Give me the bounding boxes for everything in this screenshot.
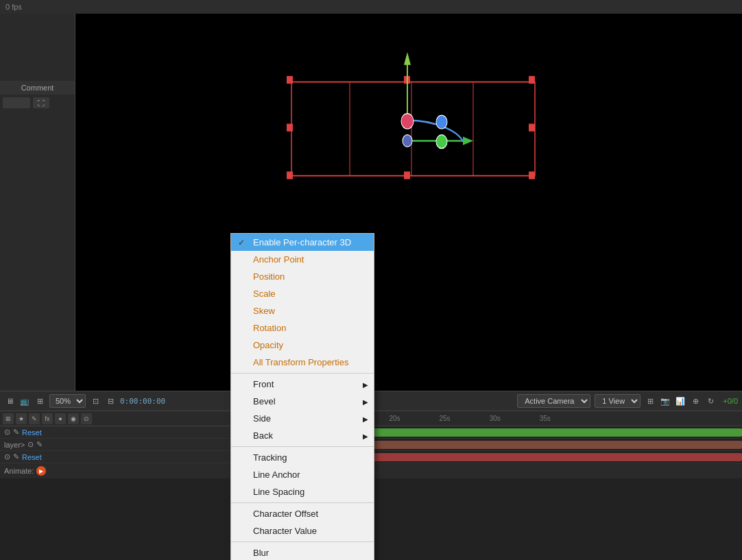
- nodes-icon[interactable]: ⊕: [690, 395, 701, 406]
- camera-select[interactable]: Active Camera: [517, 394, 590, 408]
- refresh-icon[interactable]: ↻: [705, 395, 716, 406]
- menu-item-tracking[interactable]: Tracking: [231, 449, 374, 466]
- menu-label-enable-perchar: Enable Per-character 3D: [253, 237, 351, 247]
- layer-tool-1[interactable]: ⊞: [3, 413, 14, 424]
- fit-icon[interactable]: ⊡: [90, 395, 101, 406]
- layer-icon-2: ⊙: [27, 440, 34, 449]
- layer-pencil-3: ✎: [13, 452, 19, 461]
- ruler-30s: 30s: [490, 415, 501, 422]
- preview-area: [75, 14, 742, 398]
- layer-tool-6[interactable]: ◉: [68, 413, 79, 424]
- menu-sep-4: [231, 541, 374, 542]
- menu-label-anchor-point: Anchor Point: [253, 254, 304, 265]
- sidebar-control-2[interactable]: ⛶: [33, 97, 49, 108]
- layer-tool-2[interactable]: ★: [16, 413, 27, 424]
- menu-item-rotation[interactable]: Rotation: [231, 319, 374, 337]
- menu-item-line-spacing[interactable]: Line Spacing: [231, 483, 374, 500]
- menu-item-enable-perchar[interactable]: ✓ Enable Per-character 3D: [231, 234, 374, 251]
- svg-marker-13: [404, 52, 411, 65]
- context-menu: ✓ Enable Per-character 3D Anchor Point P…: [230, 233, 374, 560]
- ruler-25s: 25s: [440, 415, 451, 422]
- layer-tool-5[interactable]: ●: [55, 413, 66, 424]
- menu-item-position[interactable]: Position: [231, 268, 374, 285]
- comment-label: Comment: [21, 84, 54, 92]
- expand-icon[interactable]: ⊞: [645, 395, 656, 406]
- chart-icon[interactable]: 📊: [675, 395, 686, 406]
- animate-label: Animate:: [4, 467, 34, 475]
- layer-label-2: layer>: [4, 441, 25, 449]
- menu-label-opacity: Opacity: [253, 340, 283, 350]
- ruler-20s: 20s: [389, 415, 400, 422]
- menu-label-character-value: Character Value: [253, 526, 317, 536]
- menu-item-skew[interactable]: Skew: [231, 302, 374, 319]
- menu-item-bevel[interactable]: Bevel: [231, 393, 374, 410]
- tl-label-1: ⊙ ✎ Reset: [0, 426, 233, 439]
- menu-item-character-value[interactable]: Character Value: [231, 522, 374, 539]
- menu-item-front[interactable]: Front: [231, 376, 374, 393]
- timecode-display: 0:00:00:00: [120, 397, 165, 406]
- frame-icon[interactable]: ⊟: [105, 395, 116, 406]
- menu-item-scale[interactable]: Scale: [231, 285, 374, 302]
- svg-rect-5: [529, 76, 535, 84]
- tl-label-2: layer> ⊙ ✎: [0, 439, 233, 451]
- view-select[interactable]: 1 View: [595, 394, 641, 408]
- menu-label-tracking: Tracking: [253, 452, 287, 463]
- top-bar: 0 fps: [0, 0, 742, 14]
- menu-item-opacity[interactable]: Opacity: [231, 337, 374, 354]
- layer-pencil-2: ✎: [36, 440, 43, 449]
- svg-point-17: [436, 115, 447, 129]
- snapshot-icon[interactable]: 📷: [660, 395, 671, 406]
- menu-item-character-offset[interactable]: Character Offset: [231, 505, 374, 522]
- svg-point-19: [436, 135, 447, 149]
- left-sidebar: Comment ⛶: [0, 14, 75, 398]
- ruler-35s: 35s: [540, 415, 551, 422]
- menu-label-all-transform: All Transform Properties: [253, 357, 348, 367]
- reset-button-2[interactable]: Reset: [22, 453, 42, 461]
- svg-rect-10: [287, 124, 293, 132]
- monitor-icon: 🖥: [4, 395, 15, 406]
- display-icon: 📺: [19, 395, 30, 406]
- menu-sep-3: [231, 502, 374, 503]
- checkmark-icon: ✓: [238, 238, 245, 247]
- menu-item-back[interactable]: Back: [231, 427, 374, 444]
- menu-item-line-anchor[interactable]: Line Anchor: [231, 466, 374, 483]
- menu-item-anchor-point[interactable]: Anchor Point: [231, 251, 374, 268]
- sidebar-control-1[interactable]: [3, 97, 30, 108]
- svg-point-18: [403, 135, 412, 147]
- layer-toolbar: ⊞ ★ ✎ fx ● ◉ ⊙: [0, 411, 233, 426]
- menu-label-character-offset: Character Offset: [253, 509, 318, 519]
- layer-tool-7[interactable]: ⊙: [81, 413, 92, 424]
- svg-rect-7: [529, 171, 535, 179]
- menu-label-skew: Skew: [253, 306, 275, 316]
- layer-icon-1: ⊙: [4, 428, 10, 437]
- menu-label-blur: Blur: [253, 548, 269, 558]
- layer-tool-3[interactable]: ✎: [29, 413, 40, 424]
- menu-item-all-transform[interactable]: All Transform Properties: [231, 354, 374, 371]
- fps-label: 0 fps: [5, 3, 22, 11]
- menu-item-side[interactable]: Side: [231, 410, 374, 427]
- svg-point-16: [401, 114, 414, 129]
- menu-label-side: Side: [253, 413, 271, 424]
- menu-label-line-anchor: Line Anchor: [253, 470, 300, 480]
- svg-rect-0: [291, 82, 535, 176]
- svg-marker-15: [463, 136, 473, 145]
- menu-label-back: Back: [253, 430, 273, 441]
- reset-button-1[interactable]: Reset: [22, 428, 42, 437]
- menu-label-front: Front: [253, 379, 274, 389]
- menu-label-bevel: Bevel: [253, 396, 276, 406]
- menu-label-position: Position: [253, 271, 285, 282]
- zoom-select[interactable]: 50%: [49, 394, 86, 408]
- menu-item-blur[interactable]: Blur: [231, 544, 374, 560]
- preview-svg: [75, 14, 742, 398]
- menu-sep-2: [231, 446, 374, 447]
- svg-rect-4: [287, 76, 293, 84]
- svg-rect-6: [287, 171, 293, 179]
- tl-label-3: ⊙ ✎ Reset: [0, 451, 233, 463]
- animate-button[interactable]: ▶: [36, 466, 46, 476]
- layer-tool-4[interactable]: fx: [42, 413, 53, 424]
- svg-rect-9: [404, 171, 410, 179]
- view-icon: ⊞: [34, 395, 45, 406]
- menu-label-rotation: Rotation: [253, 323, 286, 333]
- svg-rect-11: [529, 124, 535, 132]
- layer-icon-3: ⊙: [4, 452, 10, 461]
